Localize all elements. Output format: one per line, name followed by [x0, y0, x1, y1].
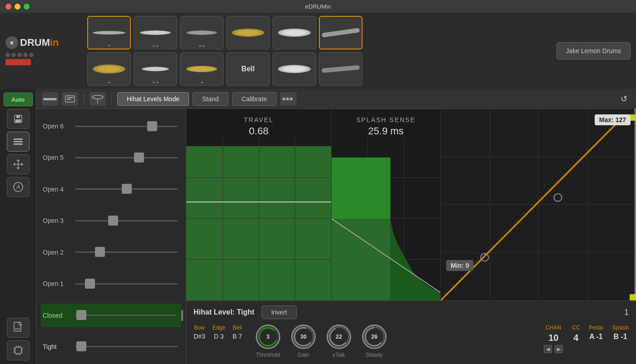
- svg-point-42: [554, 194, 561, 202]
- chan-group: CHAN 10 ◀ ▶ CC 4: [544, 325, 629, 353]
- pad-snare[interactable]: [273, 16, 316, 49]
- curve-min-label: Min: 0: [446, 260, 473, 271]
- toolbar-sep-1: [84, 93, 84, 104]
- slider-track-open-3[interactable]: [75, 220, 178, 221]
- xtalk-knob[interactable]: 22: [327, 325, 351, 349]
- chan-up-arrow[interactable]: ▶: [555, 345, 563, 353]
- window-controls[interactable]: [5, 4, 30, 10]
- record-icon[interactable]: [62, 92, 78, 106]
- slider-handle-closed[interactable]: [76, 310, 86, 320]
- cymbal-icon: [186, 66, 217, 72]
- slider-track-open-6[interactable]: [75, 126, 178, 127]
- titlebar: eDRUMin: [0, 0, 636, 13]
- sidebar: Auto: [0, 89, 36, 364]
- chan-col-cc: CC 4: [572, 325, 580, 343]
- travel-waveform: [186, 137, 331, 300]
- pad-bell[interactable]: Bell: [226, 52, 270, 86]
- level-tight[interactable]: Tight: [41, 335, 181, 359]
- svg-text:30: 30: [300, 334, 307, 340]
- grid-v-2: [259, 137, 259, 300]
- pad-stick[interactable]: [319, 16, 363, 49]
- list-icon-button[interactable]: [7, 132, 30, 152]
- main-content: Auto: [0, 89, 636, 364]
- slider-handle-open-6[interactable]: [147, 121, 157, 131]
- chip-icon-button[interactable]: [7, 340, 30, 360]
- steady-knob[interactable]: 26: [362, 325, 387, 349]
- chan-arrows: ◀ ▶: [544, 345, 563, 353]
- chip-icon: [12, 344, 24, 356]
- top-header: e DRUMin: [0, 13, 636, 89]
- svg-rect-4: [14, 141, 23, 143]
- pad-hihat[interactable]: [87, 16, 131, 49]
- slider-track-closed[interactable]: [75, 315, 176, 316]
- pad-cymbal-3[interactable]: [180, 16, 224, 49]
- level-open-3[interactable]: Open 3: [41, 209, 181, 232]
- gain-knob-svg: 30: [293, 325, 314, 349]
- pad-cymbal-gold[interactable]: [226, 16, 270, 49]
- travel-value: 0.68: [249, 125, 268, 137]
- splash-panel: SPLASH SENSE 25.9 ms: [332, 109, 441, 300]
- slider-track-tight[interactable]: [75, 346, 178, 347]
- gain-label: Gain: [298, 352, 309, 358]
- slider-handle-open-2[interactable]: [95, 247, 105, 257]
- level-label-tight: Tight: [41, 343, 72, 350]
- steady-knob-svg: 26: [363, 325, 385, 349]
- minimize-button[interactable]: [15, 4, 20, 10]
- bottom-controls: Bow D#3 Edge D 3 Bell B 7: [194, 325, 629, 358]
- automation-icon-button[interactable]: A: [7, 177, 30, 197]
- level-open-1[interactable]: Open 1: [41, 272, 181, 295]
- maximize-button[interactable]: [24, 4, 30, 10]
- profile-button[interactable]: Jake Lemon Drums: [556, 42, 631, 59]
- dots-icon[interactable]: [280, 92, 297, 106]
- slider-track-open-5[interactable]: [75, 157, 178, 158]
- level-closed[interactable]: Closed: [41, 304, 181, 327]
- stand-mode-button[interactable]: Stand: [193, 92, 229, 106]
- pad-cymbal-mid[interactable]: [180, 52, 224, 86]
- auto-button[interactable]: Auto: [4, 93, 33, 106]
- level-label-open-6: Open 6: [41, 123, 72, 130]
- stick-icon-toolbar[interactable]: [42, 92, 58, 106]
- hihat-icon[interactable]: [89, 92, 106, 106]
- splash-ctrl-value: B -1: [614, 333, 627, 341]
- hihat-level-display: Hihat Level: Tight: [194, 308, 254, 316]
- move-icon-button[interactable]: [7, 154, 30, 174]
- edge-value: D 3: [214, 333, 224, 340]
- calibrate-mode-button[interactable]: Calibrate: [232, 92, 277, 106]
- level-open-6[interactable]: Open 6: [41, 114, 181, 138]
- svg-rect-3: [14, 138, 23, 140]
- pad-stick-2[interactable]: [319, 52, 363, 86]
- pdf-icon-button[interactable]: PDF: [7, 318, 30, 338]
- slider-handle-open-1[interactable]: [85, 279, 95, 289]
- svg-line-40: [441, 118, 621, 300]
- level-open-4[interactable]: Open 4: [41, 177, 181, 201]
- slider-handle-open-3[interactable]: [108, 216, 118, 226]
- note-col-edge: Edge D 3: [213, 325, 225, 340]
- pad-cymbal-small[interactable]: [134, 52, 177, 86]
- level-label-open-3: Open 3: [41, 217, 72, 224]
- refresh-button[interactable]: ↺: [617, 92, 631, 106]
- close-button[interactable]: [5, 4, 11, 10]
- pad-dots: [108, 44, 110, 47]
- chan-down-arrow[interactable]: ◀: [544, 345, 552, 353]
- save-icon-button[interactable]: [7, 109, 30, 129]
- toolbar-sep-2: [111, 93, 112, 104]
- pad-snare-2[interactable]: [273, 52, 316, 86]
- slider-track-open-1[interactable]: [75, 283, 178, 285]
- threshold-knob-svg: 3: [257, 325, 279, 349]
- hihat-svg: [91, 94, 104, 103]
- slider-track-open-2[interactable]: [75, 251, 178, 253]
- level-open-2[interactable]: Open 2: [41, 241, 181, 264]
- hihat-levels-mode-button[interactable]: Hihat Levels Mode: [117, 92, 189, 106]
- slider-handle-open-5[interactable]: [134, 152, 144, 162]
- level-open-5[interactable]: Open 5: [41, 146, 181, 169]
- slider-handle-tight[interactable]: [76, 341, 86, 351]
- pad-cymbal-gold2[interactable]: [87, 52, 131, 86]
- invert-button[interactable]: Invert: [262, 305, 297, 319]
- slider-track-open-4[interactable]: [75, 188, 178, 190]
- level-label-open-4: Open 4: [41, 186, 72, 193]
- pad-dots: [153, 81, 159, 84]
- pad-cymbal-2[interactable]: [134, 16, 177, 49]
- gain-knob[interactable]: 30: [291, 325, 316, 349]
- threshold-knob[interactable]: 3: [256, 325, 280, 349]
- slider-handle-open-4[interactable]: [122, 184, 132, 194]
